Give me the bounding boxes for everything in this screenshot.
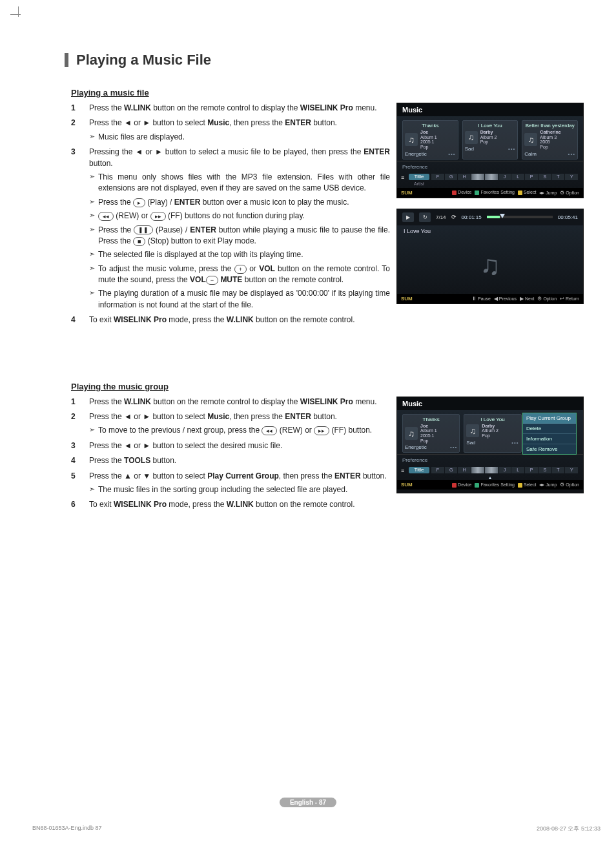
- section1-steps: 1Press the W.LINK button on the remote c…: [71, 103, 390, 326]
- progress-bar: [487, 216, 553, 218]
- sort-primary: Title: [409, 467, 429, 473]
- alpha-cell: [485, 174, 498, 180]
- alpha-cell: H: [458, 467, 471, 473]
- step-item: 6To exit WISELINK Pro mode, press the W.…: [71, 499, 390, 510]
- screenshot-music-group: Music Thanks♫JoeAlbum 12005.1PopEnergeti…: [396, 397, 584, 493]
- manual-page: Playing a Music File Playing a music fil…: [0, 0, 616, 846]
- card-title: I Love You: [465, 123, 516, 130]
- step-number: 3: [71, 147, 80, 311]
- alpha-cell: T: [552, 467, 565, 473]
- music-card: I Love You♫DarbyAlbum 2PopSad•••: [462, 120, 518, 160]
- step-number: 6: [71, 499, 80, 510]
- title-accent-bar: [65, 53, 68, 67]
- card-mood: Energetic: [405, 444, 427, 450]
- card-mood: Sad: [466, 440, 475, 446]
- crop-mark-icon: [10, 6, 23, 19]
- step-note: Press the ❚❚ (Pause) / ENTER button whil…: [89, 225, 390, 247]
- alpha-cell: T: [552, 174, 565, 180]
- step-body: Press the ◄ or ► button to select the de…: [89, 440, 390, 451]
- step-number: 1: [71, 103, 80, 114]
- alpha-cell: P: [525, 467, 538, 473]
- step-body: To exit WISELINK Pro mode, press the W.L…: [89, 315, 390, 325]
- page-title: Playing a Music File: [76, 52, 211, 68]
- step-item: 4To exit WISELINK Pro mode, press the W.…: [71, 315, 390, 325]
- step-note: To adjust the music volume, press the + …: [89, 263, 390, 286]
- step-body: Press the W.LINK button on the remote co…: [89, 103, 390, 114]
- step-item: 1Press the W.LINK button on the remote c…: [71, 397, 390, 408]
- card-meta: JoeAlbum 12005.1Pop: [420, 130, 437, 150]
- alpha-cell: S: [539, 467, 551, 473]
- step-note: To move to the previous / next group, pr…: [89, 425, 390, 436]
- step-body: To exit WISELINK Pro mode, press the W.L…: [89, 499, 390, 510]
- footer-action: ▶ Next: [520, 296, 534, 302]
- option-icon: ⚙: [560, 482, 564, 488]
- context-menu-item: Information: [523, 434, 576, 444]
- step-body: Press the W.LINK button on the remote co…: [89, 397, 390, 408]
- page-number-badge: English - 87: [280, 798, 336, 807]
- option-icon: ⚙: [560, 190, 564, 196]
- music-note-icon: ♫: [466, 424, 479, 437]
- rating-dots-icon: •••: [568, 151, 575, 157]
- sort-menu-icon: ≡: [401, 174, 404, 181]
- card-title: Better than yesterday: [524, 123, 575, 130]
- footer-action: ◀ Previous: [494, 296, 517, 302]
- next-icon: ▶: [520, 296, 524, 302]
- step-body: Press the ◄ or ► button to select Music,…: [89, 118, 390, 143]
- step-note: ◂◂ (REW) or ▸▸ (FF) buttons do not funct…: [89, 211, 390, 222]
- music-note-icon: ♫: [405, 133, 418, 146]
- now-playing-title: I Love You: [397, 225, 583, 237]
- yellow-button-icon: [518, 483, 522, 488]
- track-counter: 7/14: [436, 214, 446, 220]
- green-button-icon: [475, 483, 479, 488]
- alpha-cell: L: [511, 174, 524, 180]
- context-menu-item: Delete: [523, 424, 576, 434]
- preference-label: Preference: [397, 454, 583, 466]
- document-footer: BN68-01653A-Eng.indb 87 2008-08-27 오후 5:…: [32, 825, 601, 833]
- footer-action: ⏸ Pause: [471, 296, 491, 302]
- music-note-icon: ♫: [524, 133, 537, 146]
- doc-timestamp: 2008-08-27 오후 5:12:33: [537, 825, 601, 833]
- music-card: Thanks♫JoeAlbum 12005.1PopEnergetic•••: [402, 414, 460, 453]
- sum-label: SUM: [401, 190, 413, 196]
- step-note: The playing duration of a music file may…: [89, 288, 390, 311]
- step-note: The selected file is displayed at the to…: [89, 249, 390, 260]
- card-meta: DarbyAlbum 2Pop: [482, 424, 498, 438]
- music-card: I Love You♫DarbyAlbum 2PopSad•••: [464, 414, 521, 453]
- jump-icon: ◂▸: [539, 190, 544, 196]
- step-note: This menu only shows files with the MP3 …: [89, 172, 390, 194]
- refresh-icon: ⟳: [451, 214, 457, 220]
- alpha-cell: J: [498, 174, 511, 180]
- card-mood: Calm: [524, 151, 537, 157]
- card-title: Thanks: [405, 417, 457, 424]
- screenshot-music-list: Music Thanks♫JoeAlbum 12005.1PopEnergeti…: [396, 103, 584, 198]
- alpha-cell: P: [525, 174, 538, 180]
- return-icon: ↩: [560, 296, 564, 302]
- sum-label: SUM: [401, 296, 413, 302]
- card-meta: CatherineAlbum 32005Pop: [540, 130, 560, 150]
- context-menu-item: Play Current Group: [523, 413, 576, 424]
- repeat-icon: ↻: [419, 212, 431, 222]
- rating-dots-icon: •••: [450, 444, 457, 450]
- alpha-cell: [485, 467, 498, 473]
- footer-action: Select: [518, 190, 536, 195]
- section1-layout: 1Press the W.LINK button on the remote c…: [39, 103, 584, 330]
- step-number: 2: [71, 411, 80, 437]
- section2-steps: 1Press the W.LINK button on the remote c…: [71, 397, 390, 511]
- step-body: Pressing the ◄ or ► button to select a m…: [89, 147, 390, 311]
- alpha-cell: [471, 467, 484, 473]
- red-button-icon: [452, 191, 457, 195]
- rating-dots-icon: •••: [511, 440, 518, 446]
- alpha-cell: F: [431, 174, 444, 180]
- preference-label: Preference: [397, 161, 583, 172]
- step-body: Press the ◄ or ► button to select Music,…: [89, 411, 390, 437]
- rating-dots-icon: •••: [448, 151, 455, 157]
- footer-action: Favorites Setting: [475, 190, 514, 195]
- tools-context-menu: Play Current GroupDeleteInformationSafe …: [522, 413, 577, 455]
- footer-action: ⚙ Option: [537, 296, 557, 302]
- previous-icon: ◀: [494, 296, 498, 302]
- step-number: 2: [71, 118, 80, 143]
- sort-secondary: Artist: [397, 181, 583, 188]
- alpha-cell: J: [498, 467, 511, 473]
- option-icon: ⚙: [537, 296, 542, 302]
- footer-action: ⚙ Option: [560, 190, 579, 196]
